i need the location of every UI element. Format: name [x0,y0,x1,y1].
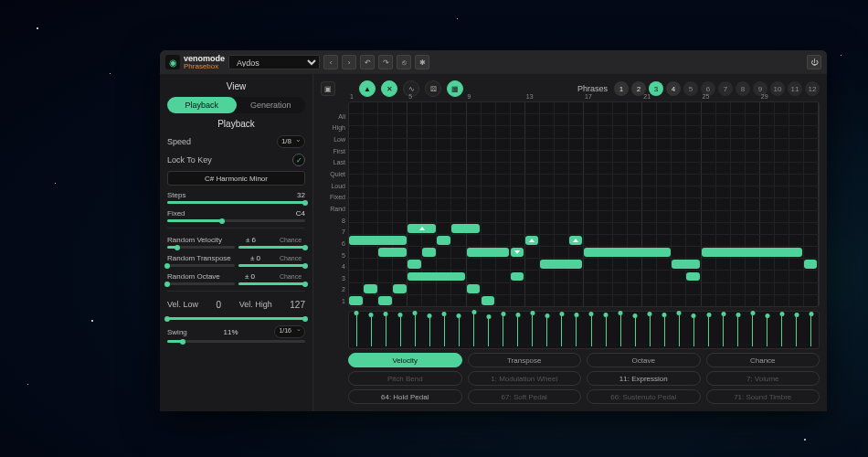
note[interactable] [467,248,510,257]
lane-tab-transpose[interactable]: Transpose [468,353,582,367]
undo-button[interactable]: ↶ [360,55,375,69]
fixed-label: Fixed [167,209,185,218]
prev-preset-button[interactable]: ‹ [323,55,338,69]
rand-trans-slider[interactable] [167,264,235,267]
note[interactable] [408,272,465,282]
cc-tab[interactable]: 11: Expression [587,371,701,386]
velocity-bar[interactable] [613,314,628,346]
note[interactable] [422,248,436,257]
cc-tab[interactable]: 66: Sustenuto Pedal [587,389,701,404]
note[interactable] [364,284,377,293]
velocity-bar[interactable] [437,314,451,346]
velocity-bar[interactable] [525,314,540,346]
note[interactable] [511,248,524,257]
selection-tool-button[interactable]: ▣ [321,81,335,96]
velocity-bar[interactable] [451,314,466,346]
note[interactable] [482,296,495,305]
lane-tab-chance[interactable]: Chance [706,353,820,367]
steps-slider[interactable] [167,201,305,204]
cc-tab[interactable]: 67: Soft Pedal [468,389,582,404]
note[interactable] [584,248,671,257]
note[interactable] [451,224,480,233]
link-button[interactable]: ⎋ [397,55,411,69]
fixed-slider[interactable] [167,219,305,222]
velocity-bar[interactable] [408,314,422,346]
cc-tab[interactable]: 7: Volume [706,371,820,386]
cc-tab[interactable]: Pitch Bend [348,371,462,386]
note[interactable] [569,236,583,245]
velocity-bar[interactable] [672,314,686,346]
vel-range-slider[interactable] [167,317,305,320]
rand-oct-chance-slider[interactable] [238,282,306,285]
velocity-bar[interactable] [642,314,657,346]
swing-rate-select[interactable]: 1/16 [274,325,305,338]
velocity-bar[interactable] [716,314,731,346]
rand-vel-slider[interactable] [167,246,235,249]
note[interactable] [408,260,421,269]
settings-button[interactable]: ✱ [415,55,429,69]
tab-generation[interactable]: Generation [237,97,306,113]
velocity-bar[interactable] [555,314,569,346]
velocity-bar[interactable] [760,314,775,346]
lane-tab-velocity[interactable]: Velocity [348,353,462,367]
row-label: 6 [321,238,348,250]
velocity-bar[interactable] [746,314,760,346]
rand-vel-chance-slider[interactable] [238,246,306,249]
note[interactable] [672,260,700,269]
velocity-bar[interactable] [628,314,642,346]
next-preset-button[interactable]: › [342,55,356,69]
velocity-bar[interactable] [789,314,804,346]
note[interactable] [702,248,803,257]
velocity-bar[interactable] [598,314,613,346]
velocity-bar[interactable] [569,314,584,346]
note[interactable] [378,248,407,257]
velocity-bar[interactable] [482,314,496,346]
grid-canvas[interactable]: 1591317212529 [348,101,820,307]
cc-tab[interactable]: 1: Modulation Wheel [468,371,582,386]
velocity-bar[interactable] [584,314,598,346]
velocity-bar[interactable] [496,314,511,346]
velocity-bar[interactable] [378,314,393,346]
note[interactable] [378,296,392,305]
lane-tab-octave[interactable]: Octave [587,353,701,367]
lock-checkbox[interactable]: ✓ [292,154,305,166]
note[interactable] [349,296,363,305]
note[interactable] [437,236,450,245]
velocity-bar[interactable] [731,314,746,346]
velocity-bar[interactable] [775,314,789,346]
tab-playback[interactable]: Playback [167,97,237,113]
velocity-bar[interactable] [467,314,482,346]
speed-select[interactable]: 1/8 [277,135,305,148]
note[interactable] [804,260,818,269]
velocity-bar[interactable] [393,314,408,346]
velocity-bar[interactable] [702,314,716,346]
note[interactable] [686,272,700,282]
scale-display[interactable]: C# Harmonic Minor [167,171,305,186]
redo-button[interactable]: ↷ [378,55,393,69]
note[interactable] [408,224,436,233]
cc-tab[interactable]: 71: Sound Timbre [706,389,820,404]
note[interactable] [467,284,481,293]
velocity-bar[interactable] [657,314,672,346]
velocity-bar[interactable] [349,314,364,346]
velocity-bar[interactable] [511,314,525,346]
velocity-bar[interactable] [686,314,701,346]
cc-tab[interactable]: 64: Hold Pedal [348,389,462,404]
power-button[interactable]: ⏻ [807,55,821,69]
rand-oct-slider[interactable] [167,282,235,285]
note[interactable] [511,272,524,282]
note[interactable] [349,236,407,245]
note[interactable] [525,236,539,245]
note[interactable] [540,260,583,269]
preset-select[interactable]: Aydos [228,55,320,69]
sequencer-grid: AllHighLowFirstLastQuietLoudFixedRand876… [321,101,820,307]
velocity-bar[interactable] [540,314,555,346]
note[interactable] [393,284,407,293]
chance-label-2: Chance [280,255,305,261]
velocity-bar[interactable] [422,314,437,346]
rand-trans-chance-slider[interactable] [238,264,306,267]
velocity-lane[interactable] [348,311,820,349]
velocity-bar[interactable] [364,314,378,346]
velocity-bar[interactable] [804,314,819,346]
swing-slider[interactable] [167,340,305,343]
